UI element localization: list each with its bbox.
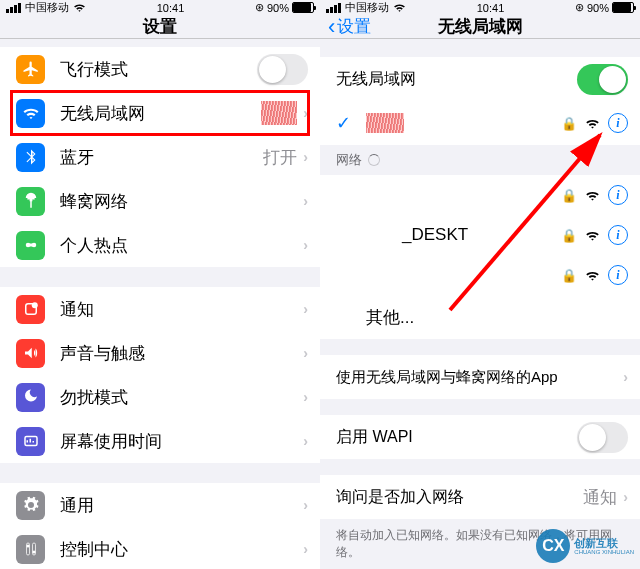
networks-header: 网络 xyxy=(320,145,640,175)
status-bar: 中国移动 10:41 ⊛ 90% xyxy=(0,0,320,15)
cellular-icon xyxy=(16,187,45,216)
wifi-icon xyxy=(73,1,86,14)
row-wapi: 启用 WAPI xyxy=(320,415,640,459)
svg-rect-2 xyxy=(28,244,34,247)
nav-header: ‹ 设置 无线局域网 xyxy=(320,15,640,39)
row-label: 通知 xyxy=(60,298,303,321)
row-connected-network[interactable]: ✓ 🔒 i xyxy=(320,101,640,145)
info-button[interactable]: i xyxy=(608,265,628,285)
control-center-icon xyxy=(16,535,45,564)
row-network[interactable]: 🔒 i xyxy=(320,255,640,295)
lock-icon: 🔒 xyxy=(561,228,577,243)
wifi-icon xyxy=(16,99,45,128)
row-screentime[interactable]: 屏幕使用时间 › xyxy=(0,419,320,463)
chevron-right-icon: › xyxy=(303,237,308,253)
row-label: 蓝牙 xyxy=(60,146,263,169)
row-wifi[interactable]: 无线局域网 › xyxy=(0,91,320,135)
battery-icon xyxy=(292,2,314,13)
wifi-strength-icon xyxy=(585,268,600,283)
row-network[interactable]: 🔒 i xyxy=(320,175,640,215)
signal-icon xyxy=(326,3,341,13)
row-label: 使用无线局域网与蜂窝网络的App xyxy=(336,368,623,387)
gear-icon xyxy=(16,491,45,520)
row-wifi-toggle: 无线局域网 xyxy=(320,57,640,101)
battery-pct: 90% xyxy=(587,2,609,14)
row-network-deskt[interactable]: _DESKT 🔒 i xyxy=(320,215,640,255)
nav-header: 设置 xyxy=(0,15,320,39)
chevron-right-icon: › xyxy=(303,389,308,405)
row-other-network[interactable]: 其他... xyxy=(320,295,640,339)
watermark-text-cn: 创新互联 xyxy=(574,538,634,549)
status-time: 10:41 xyxy=(477,2,505,14)
wifi-strength-icon xyxy=(585,116,600,131)
row-label: 启用 WAPI xyxy=(336,427,577,448)
row-control-center[interactable]: 控制中心 › xyxy=(0,527,320,569)
screentime-icon xyxy=(16,427,45,456)
notifications-icon xyxy=(16,295,45,324)
checkmark-icon: ✓ xyxy=(336,112,356,134)
row-label: 无线局域网 xyxy=(60,102,261,125)
wifi-strength-icon xyxy=(585,228,600,243)
network-label: _DESKT xyxy=(402,225,468,245)
chevron-right-icon: › xyxy=(303,345,308,361)
phone-wifi-screen: 中国移动 10:41 ⊛ 90% ‹ 设置 无线局域网 无线局域网 xyxy=(320,0,640,569)
svg-point-6 xyxy=(26,545,29,548)
network-name-redacted xyxy=(366,113,404,133)
bluetooth-status: 打开 xyxy=(263,146,297,169)
row-ask-to-join[interactable]: 询问是否加入网络 通知› xyxy=(320,475,640,519)
chevron-right-icon: › xyxy=(303,301,308,317)
watermark-logo: CX xyxy=(536,529,570,563)
lock-icon: 🔒 xyxy=(561,268,577,283)
svg-point-4 xyxy=(31,302,37,308)
chevron-right-icon: › xyxy=(303,541,308,557)
row-label: 通用 xyxy=(60,494,303,517)
wapi-toggle[interactable] xyxy=(577,422,628,453)
row-label: 声音与触感 xyxy=(60,342,303,365)
chevron-right-icon: › xyxy=(303,193,308,209)
alarm-icon: ⊛ xyxy=(575,1,584,14)
dnd-icon xyxy=(16,383,45,412)
bluetooth-icon xyxy=(16,143,45,172)
row-label: 屏幕使用时间 xyxy=(60,430,303,453)
chevron-right-icon: › xyxy=(303,105,308,121)
chevron-right-icon: › xyxy=(303,149,308,165)
airplane-toggle[interactable] xyxy=(257,54,308,85)
row-label: 蜂窝网络 xyxy=(60,190,303,213)
row-sound[interactable]: 声音与触感 › xyxy=(0,331,320,375)
info-button[interactable]: i xyxy=(608,225,628,245)
info-button[interactable]: i xyxy=(608,113,628,133)
row-airplane-mode[interactable]: 飞行模式 xyxy=(0,47,320,91)
row-label: 飞行模式 xyxy=(60,58,257,81)
spinner-icon xyxy=(368,154,380,166)
alarm-icon: ⊛ xyxy=(255,1,264,14)
back-button[interactable]: ‹ 设置 xyxy=(328,14,371,40)
row-hotspot[interactable]: 个人热点 › xyxy=(0,223,320,267)
row-dnd[interactable]: 勿扰模式 › xyxy=(0,375,320,419)
airplane-icon xyxy=(16,55,45,84)
chevron-left-icon: ‹ xyxy=(328,14,335,40)
row-cellular[interactable]: 蜂窝网络 › xyxy=(0,179,320,223)
carrier-label: 中国移动 xyxy=(25,0,69,15)
info-button[interactable]: i xyxy=(608,185,628,205)
watermark: CX 创新互联 CHUANG XINHULIAN xyxy=(536,529,634,563)
row-general[interactable]: 通用 › xyxy=(0,483,320,527)
row-label: 控制中心 xyxy=(60,538,303,561)
svg-point-8 xyxy=(32,551,35,554)
battery-pct: 90% xyxy=(267,2,289,14)
>chevron-right-icon: › xyxy=(623,489,628,505)
back-label: 设置 xyxy=(337,15,371,38)
signal-icon xyxy=(6,3,21,13)
row-label: 个人热点 xyxy=(60,234,303,257)
row-bluetooth[interactable]: 蓝牙 打开› xyxy=(0,135,320,179)
other-label: 其他... xyxy=(366,306,640,329)
wifi-strength-icon xyxy=(585,188,600,203)
row-notifications[interactable]: 通知 › xyxy=(0,287,320,331)
row-apps-using-wifi[interactable]: 使用无线局域网与蜂窝网络的App › xyxy=(320,355,640,399)
chevron-right-icon: › xyxy=(303,433,308,449)
sound-icon xyxy=(16,339,45,368)
watermark-text-en: CHUANG XINHULIAN xyxy=(574,549,634,555)
page-title: 设置 xyxy=(143,15,177,38)
wifi-value-redacted xyxy=(261,101,297,125)
wifi-toggle[interactable] xyxy=(577,64,628,95)
hotspot-icon xyxy=(16,231,45,260)
